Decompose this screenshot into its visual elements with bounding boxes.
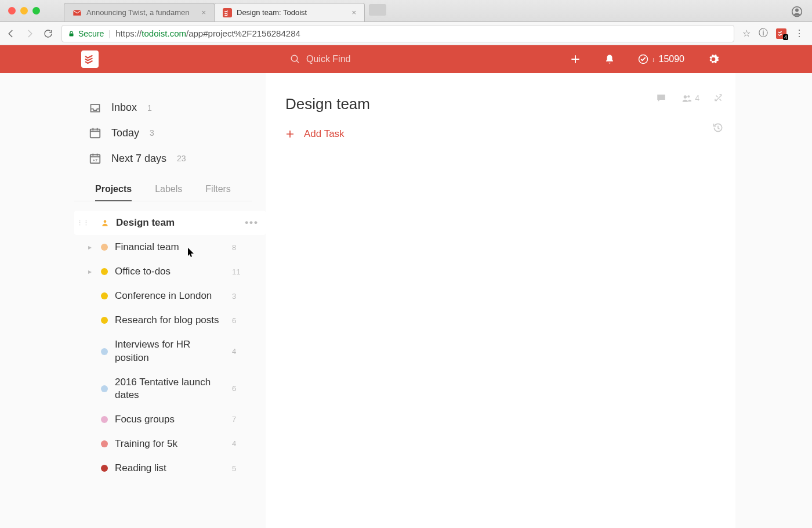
- app-topbar: Quick Find ↓ 15090: [0, 45, 812, 73]
- karma-icon: [638, 54, 648, 64]
- project-count: 4: [232, 439, 236, 448]
- project-count: 7: [232, 415, 236, 424]
- inbox-label: Inbox: [111, 102, 137, 114]
- plus-icon: [285, 129, 295, 139]
- add-task-button[interactable]: Add Task: [285, 128, 710, 140]
- browser-action-icons: ☆ ⓘ 4 ⋮: [742, 27, 806, 39]
- project-color-dot: [101, 292, 108, 299]
- sidebar-inbox[interactable]: Inbox 1: [74, 95, 266, 120]
- search-placeholder: Quick Find: [306, 54, 350, 64]
- project-color-dot: [101, 348, 108, 355]
- project-list: ⋮⋮Design team•••▸Financial team8▸Office …: [74, 201, 266, 480]
- share-icon[interactable]: 4: [681, 93, 699, 103]
- project-count: 5: [232, 464, 236, 473]
- karma-value: 15090: [659, 54, 685, 64]
- project-color-dot: [101, 416, 108, 423]
- todoist-app: Quick Find ↓ 15090 Inbox 1 Today 3: [0, 45, 812, 528]
- project-name: Conference in London: [115, 290, 225, 302]
- svg-point-12: [688, 95, 690, 97]
- project-item[interactable]: 2016 Tentative launch dates6: [74, 370, 266, 407]
- sidebar-tabs: Projects Labels Filters: [74, 171, 252, 201]
- extension-icon[interactable]: 4: [776, 28, 786, 39]
- main-content: Design team 4 Add Task: [266, 73, 735, 528]
- gmail-icon: [72, 8, 82, 17]
- search-box[interactable]: Quick Find: [290, 54, 350, 64]
- svg-point-10: [104, 220, 107, 223]
- calendar-today-icon: [88, 126, 102, 139]
- extension-badge-count: 4: [783, 34, 788, 40]
- secure-indicator: Secure: [68, 29, 104, 38]
- settings-gear-icon[interactable]: [708, 53, 719, 65]
- bookmark-star-icon[interactable]: ☆: [742, 28, 751, 39]
- project-name: Research for blog posts: [115, 314, 225, 327]
- project-more-icon[interactable]: •••: [245, 217, 259, 229]
- quick-add-icon[interactable]: [570, 53, 581, 65]
- project-title: Design team: [285, 95, 710, 113]
- info-icon[interactable]: ⓘ: [759, 27, 768, 39]
- project-count: 6: [232, 384, 236, 393]
- svg-text:+7: +7: [93, 158, 97, 163]
- project-name: Interviews for HR position: [115, 338, 225, 364]
- project-item[interactable]: Interviews for HR position4: [74, 332, 266, 370]
- project-item[interactable]: ⋮⋮Design team•••: [74, 211, 266, 235]
- project-item[interactable]: Reading list5: [74, 456, 266, 480]
- project-item[interactable]: Training for 5k4: [74, 432, 266, 456]
- project-count: 11: [232, 267, 240, 276]
- project-color-dot: [101, 465, 108, 472]
- project-color-dot: [101, 268, 108, 275]
- project-color-dot: [101, 244, 108, 251]
- project-options-icon[interactable]: [713, 93, 724, 103]
- project-name: Office to-dos: [115, 265, 225, 278]
- shared-person-icon: [101, 219, 109, 227]
- project-color-dot: [101, 440, 108, 447]
- sidebar-next7days[interactable]: +7 Next 7 days 23: [74, 146, 266, 171]
- project-item[interactable]: Focus groups7: [74, 407, 266, 432]
- notifications-icon[interactable]: [604, 53, 615, 65]
- browser-tab-active[interactable]: Design team: Todoist ×: [214, 3, 365, 21]
- project-item[interactable]: Research for blog posts6: [74, 308, 266, 332]
- project-name: Design team: [116, 216, 226, 229]
- browser-tab[interactable]: Announcing Twist, a fundamen ×: [64, 3, 215, 21]
- project-item[interactable]: Conference in London3: [74, 284, 266, 308]
- tab-close-icon[interactable]: ×: [201, 8, 206, 17]
- tab-filters[interactable]: Filters: [205, 184, 231, 201]
- karma-score[interactable]: ↓ 15090: [638, 54, 684, 64]
- drag-handle-icon[interactable]: ⋮⋮: [77, 219, 89, 227]
- browser-chrome: Announcing Twist, a fundamen × Design te…: [0, 0, 812, 45]
- project-count: 3: [232, 292, 236, 301]
- next7-label: Next 7 days: [111, 153, 166, 165]
- chevron-right-icon[interactable]: ▸: [86, 243, 94, 251]
- project-item[interactable]: ▸Financial team8: [74, 235, 266, 259]
- tab-close-icon[interactable]: ×: [351, 8, 356, 17]
- svg-rect-3: [70, 33, 74, 36]
- inbox-icon: [88, 102, 102, 114]
- tab-title: Announcing Twist, a fundamen: [86, 8, 197, 17]
- url-input[interactable]: Secure | https://todoist.com/app#project…: [61, 25, 734, 42]
- back-button[interactable]: [6, 28, 16, 39]
- chevron-right-icon[interactable]: ▸: [86, 267, 94, 276]
- window-maximize-icon[interactable]: [32, 7, 40, 15]
- tab-projects[interactable]: Projects: [95, 184, 132, 201]
- tab-labels[interactable]: Labels: [155, 184, 182, 201]
- svg-point-11: [684, 95, 687, 98]
- sidebar-today[interactable]: Today 3: [74, 120, 266, 146]
- forward-button[interactable]: [24, 28, 35, 39]
- sidebar: Inbox 1 Today 3 +7 Next 7 days 23 Projec…: [74, 73, 266, 528]
- url-text: https://todoist.com/app#project%2F215628…: [115, 28, 300, 38]
- window-minimize-icon[interactable]: [20, 7, 28, 15]
- logo-icon[interactable]: [81, 50, 99, 68]
- window-close-icon[interactable]: [8, 7, 16, 15]
- todoist-favicon-icon: [223, 8, 232, 17]
- profile-icon[interactable]: [791, 6, 803, 17]
- activity-history-icon[interactable]: [712, 122, 724, 133]
- project-item[interactable]: ▸Office to-dos11: [74, 259, 266, 284]
- svg-point-2: [795, 9, 799, 12]
- comments-icon[interactable]: [655, 93, 667, 103]
- lock-icon: [68, 30, 75, 38]
- today-label: Today: [111, 127, 139, 139]
- add-task-label: Add Task: [304, 128, 345, 140]
- reload-button[interactable]: [43, 28, 53, 39]
- menu-icon[interactable]: ⋮: [795, 28, 804, 39]
- tabs-container: Announcing Twist, a fundamen × Design te…: [64, 0, 386, 21]
- new-tab-button[interactable]: [369, 4, 386, 16]
